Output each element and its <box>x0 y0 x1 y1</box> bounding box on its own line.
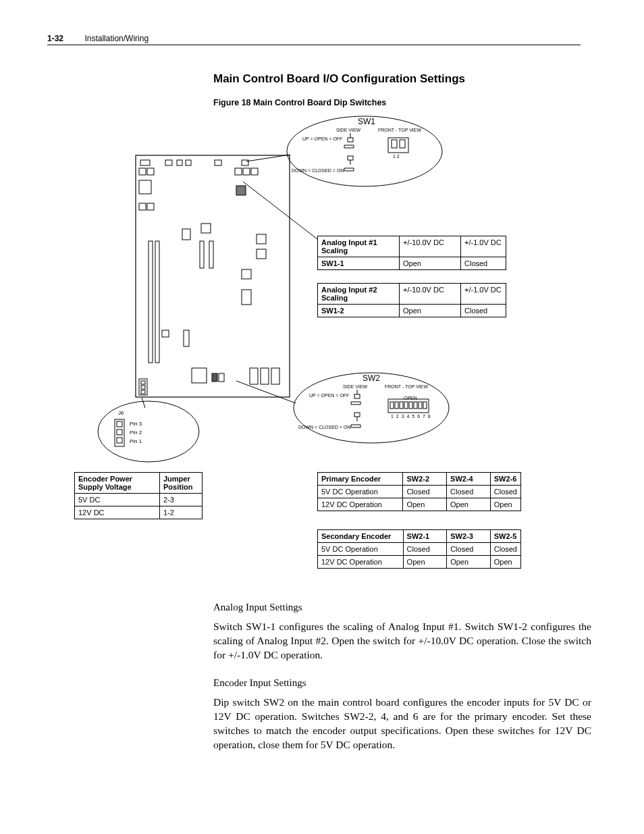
svg-rect-12 <box>139 180 151 194</box>
svg-rect-15 <box>147 203 154 210</box>
svg-rect-55 <box>354 413 360 417</box>
section-name: Installation/Wiring <box>84 34 149 43</box>
svg-rect-10 <box>243 168 250 175</box>
svg-rect-32 <box>261 368 269 384</box>
svg-line-68 <box>142 398 145 408</box>
svg-rect-35 <box>141 381 145 384</box>
sw1-label: SW1 <box>358 117 375 126</box>
svg-rect-66 <box>423 402 427 409</box>
svg-rect-31 <box>250 368 258 384</box>
svg-rect-72 <box>117 438 122 443</box>
svg-rect-61 <box>400 402 403 409</box>
svg-rect-65 <box>419 402 422 409</box>
svg-rect-4 <box>186 160 191 165</box>
svg-rect-58 <box>388 399 429 413</box>
sw2-front-view-label: FRONT - TOP VIEW <box>385 384 428 389</box>
sw2-up-label: UP = OPEN = OFF <box>309 393 349 398</box>
svg-rect-20 <box>242 269 251 279</box>
svg-rect-60 <box>395 402 398 409</box>
svg-rect-5 <box>215 160 221 165</box>
svg-rect-64 <box>414 402 417 409</box>
svg-rect-13 <box>236 186 246 195</box>
svg-rect-25 <box>209 241 213 268</box>
sw2-side-view-label: SIDE VIEW <box>343 384 367 389</box>
analog-settings-paragraph: Switch SW1-1 configures the scaling of A… <box>213 620 591 662</box>
j6-pin1: Pin 1 <box>130 438 142 444</box>
svg-point-38 <box>287 116 442 186</box>
svg-marker-57 <box>351 425 360 427</box>
figure-caption: Figure 18 Main Control Board Dip Switche… <box>213 98 597 107</box>
sw1-down-label: DOWN = CLOSED = ON <box>292 168 344 173</box>
svg-marker-45 <box>344 168 354 171</box>
j6-pin2: Pin 2 <box>130 429 142 436</box>
encoder-settings-heading: Encoder Input Settings <box>213 677 597 689</box>
svg-rect-30 <box>219 373 224 382</box>
svg-rect-24 <box>200 241 204 268</box>
sw2-open-label: OPEN <box>404 396 417 400</box>
svg-rect-11 <box>251 168 258 175</box>
svg-rect-46 <box>388 138 408 153</box>
svg-rect-29 <box>212 373 217 382</box>
svg-rect-27 <box>184 330 189 346</box>
sw2-down-label: DOWN = CLOSED = ON <box>298 425 350 429</box>
svg-rect-7 <box>139 168 146 175</box>
sw2-nums: 1 2 3 4 5 6 7 8 <box>391 414 431 419</box>
j6-pin3: Pin 3 <box>130 421 142 427</box>
svg-rect-40 <box>348 138 353 142</box>
svg-rect-19 <box>257 249 266 259</box>
page-header: 1-32 Installation/Wiring <box>47 34 597 45</box>
svg-marker-54 <box>351 402 360 405</box>
analog-input-1-table: Analog Input #1 Scaling+/-10.0V DC+/-1.0… <box>317 236 506 270</box>
svg-rect-71 <box>117 429 122 435</box>
svg-rect-23 <box>155 241 159 363</box>
sw1-up-label: UP = OPEN = OFF <box>302 136 342 141</box>
sw1-front-view-label: FRONT - TOP VIEW <box>378 128 421 132</box>
svg-rect-62 <box>404 402 408 409</box>
svg-rect-2 <box>165 160 172 165</box>
control-board-icon <box>135 155 290 398</box>
section-title: Main Control Board I/O Configuration Set… <box>213 72 597 86</box>
svg-rect-48 <box>400 140 405 148</box>
svg-rect-70 <box>117 421 122 427</box>
analog-input-2-table: Analog Input #2 Scaling+/-10.0V DC+/-1.0… <box>317 283 506 317</box>
encoder-settings-paragraph: Dip switch SW2 on the main control board… <box>213 696 591 752</box>
sw1-nums: 1 2 <box>393 154 400 159</box>
primary-encoder-table: Primary EncoderSW2-2SW2-4SW2-6 5V DC Ope… <box>317 472 521 511</box>
svg-rect-36 <box>141 386 145 389</box>
svg-rect-17 <box>201 224 211 233</box>
svg-rect-28 <box>192 368 207 383</box>
svg-rect-18 <box>257 234 266 244</box>
svg-rect-8 <box>147 168 154 175</box>
svg-rect-37 <box>141 390 145 394</box>
svg-rect-59 <box>390 402 394 409</box>
j6-label: J6 <box>118 410 124 416</box>
svg-point-50 <box>294 373 449 443</box>
svg-rect-6 <box>242 160 248 165</box>
svg-rect-9 <box>235 168 242 175</box>
svg-rect-0 <box>136 155 290 397</box>
svg-rect-69 <box>115 419 124 446</box>
svg-rect-22 <box>149 241 153 363</box>
sw1-side-view-label: SIDE VIEW <box>336 128 360 132</box>
page-number: 1-32 <box>47 34 63 43</box>
svg-rect-1 <box>140 160 150 165</box>
svg-rect-34 <box>139 379 147 395</box>
svg-point-67 <box>98 401 199 462</box>
svg-rect-47 <box>392 140 397 148</box>
svg-marker-42 <box>344 145 354 148</box>
diagram-area: SW1 SIDE VIEW FRONT - TOP VIEW UP = OPEN… <box>47 114 597 587</box>
svg-rect-33 <box>271 368 279 384</box>
svg-rect-3 <box>177 160 182 165</box>
sw2-label: SW2 <box>363 373 380 383</box>
svg-rect-43 <box>348 156 353 160</box>
analog-settings-heading: Analog Input Settings <box>213 602 597 613</box>
svg-rect-63 <box>409 402 412 409</box>
svg-rect-16 <box>182 229 190 240</box>
svg-rect-26 <box>162 330 169 337</box>
svg-rect-21 <box>242 290 251 305</box>
encoder-power-table: Encoder Power Supply VoltageJumper Posit… <box>74 472 203 519</box>
svg-rect-52 <box>354 394 360 398</box>
svg-rect-14 <box>139 203 146 210</box>
j6-callout <box>95 398 203 465</box>
secondary-encoder-table: Secondary EncoderSW2-1SW2-3SW2-5 5V DC O… <box>317 529 521 569</box>
